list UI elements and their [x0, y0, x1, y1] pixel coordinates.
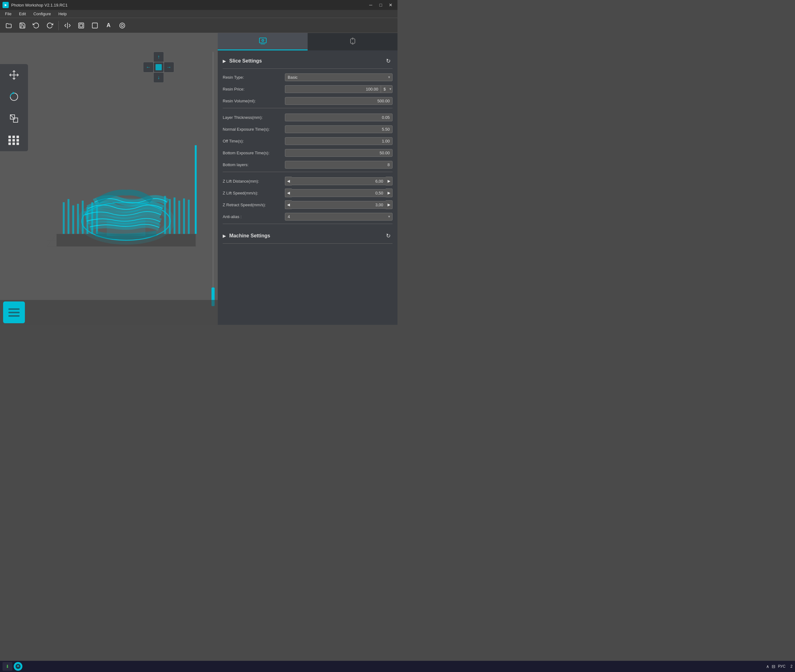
menu-configure[interactable]: Configure — [30, 11, 54, 17]
toolbar-open[interactable] — [3, 19, 15, 31]
resin-type-select[interactable]: Basic Tough ABS-Like Water Washable — [285, 74, 392, 81]
machine-settings-header: ▶ Machine Settings ↻ — [223, 228, 392, 243]
anti-alias-select[interactable]: 1 2 4 8 — [285, 213, 392, 221]
toolbar-mirror[interactable] — [61, 19, 74, 31]
nav-cube — [155, 64, 162, 70]
off-time-row: Off Time(s): — [223, 136, 392, 146]
z-retract-speed-label: Z Retract Speed(mm/s): — [223, 203, 285, 207]
divider-1 — [223, 108, 392, 108]
minimize-button[interactable]: ─ — [366, 2, 375, 8]
toolbar: A — [0, 18, 398, 33]
3d-viewport[interactable]: ↑ ↓ ← → — [0, 33, 218, 325]
right-panel: ▶ Slice Settings ↻ Resin Type: Basic Tou… — [218, 33, 398, 325]
z-lift-distance-row: Z Lift Distance(mm): ◀ ▶ — [223, 176, 392, 186]
toolbar-support[interactable] — [116, 19, 128, 31]
bottom-exposure-control — [285, 149, 392, 157]
svg-rect-42 — [261, 43, 265, 45]
z-lift-speed-input[interactable] — [292, 189, 386, 197]
z-lift-speed-decrement[interactable]: ◀ — [285, 189, 292, 197]
resin-volume-label: Resin Volume(ml): — [223, 99, 285, 103]
z-lift-distance-input[interactable] — [292, 178, 386, 185]
close-button[interactable]: ✕ — [386, 2, 395, 8]
z-retract-speed-stepper: ◀ ▶ — [285, 200, 392, 209]
tool-grid[interactable] — [6, 133, 22, 148]
toolbar-undo[interactable] — [30, 19, 42, 31]
tool-move[interactable] — [6, 67, 22, 83]
tool-rotate[interactable] — [6, 89, 22, 104]
nav-center — [154, 62, 164, 72]
toolbar-redo[interactable] — [43, 19, 56, 31]
bottom-exposure-label: Bottom Exposure Time(s): — [223, 150, 285, 155]
layer-button[interactable] — [3, 301, 25, 323]
z-lift-speed-label: Z Lift Speed(mm/s): — [223, 191, 285, 195]
svg-point-5 — [121, 24, 123, 26]
normal-exposure-control — [285, 125, 392, 133]
svg-rect-2 — [80, 24, 82, 27]
tool-scale[interactable] — [6, 111, 22, 126]
z-retract-speed-row: Z Retract Speed(mm/s): ◀ ▶ — [223, 200, 392, 210]
svg-rect-3 — [93, 23, 98, 28]
resin-type-control: Basic Tough ABS-Like Water Washable — [285, 74, 392, 81]
machine-settings-refresh[interactable]: ↻ — [384, 232, 392, 240]
slice-settings-refresh[interactable]: ↻ — [384, 57, 392, 66]
tab-machine-settings[interactable] — [308, 33, 398, 50]
slice-settings-header: ▶ Slice Settings ↻ — [223, 53, 392, 69]
app-title: Photon Workshop V2.1.19.RC1 — [11, 3, 67, 8]
bottom-exposure-row: Bottom Exposure Time(s): — [223, 148, 392, 157]
off-time-input[interactable] — [285, 137, 392, 145]
nav-left-button[interactable]: ← — [143, 62, 154, 72]
z-retract-speed-decrement[interactable]: ◀ — [285, 200, 292, 209]
z-lift-distance-control: ◀ ▶ — [285, 177, 392, 186]
resin-volume-input[interactable] — [285, 97, 392, 105]
slider-track — [213, 52, 214, 306]
resin-type-row: Resin Type: Basic Tough ABS-Like Water W… — [223, 72, 392, 82]
layer-icon — [8, 308, 19, 317]
menu-file[interactable]: File — [1, 11, 15, 17]
z-lift-speed-stepper: ◀ ▶ — [285, 189, 392, 197]
nav-up-button[interactable]: ↑ — [154, 52, 164, 62]
toolbar-text[interactable]: A — [102, 19, 115, 31]
svg-rect-24 — [72, 205, 74, 234]
currency-select[interactable]: $ € £ ¥ — [381, 85, 392, 93]
menu-help[interactable]: Help — [55, 11, 70, 17]
divider-2 — [223, 172, 392, 172]
svg-rect-40 — [259, 38, 266, 43]
z-retract-speed-control: ◀ ▶ — [285, 200, 392, 209]
left-tools — [0, 64, 28, 151]
resin-price-input[interactable] — [285, 85, 381, 93]
settings-content: ▶ Slice Settings ↻ Resin Type: Basic Tou… — [218, 50, 398, 325]
z-lift-speed-increment[interactable]: ▶ — [386, 189, 392, 197]
layer-thickness-control — [285, 114, 392, 121]
resin-price-control: $ € £ ¥ — [285, 85, 392, 93]
z-lift-distance-decrement[interactable]: ◀ — [285, 177, 292, 186]
z-retract-speed-increment[interactable]: ▶ — [386, 200, 392, 209]
normal-exposure-row: Normal Exposure Time(s): — [223, 125, 392, 134]
normal-exposure-input[interactable] — [285, 125, 392, 133]
svg-rect-35 — [188, 200, 190, 234]
menubar: File Edit Configure Help — [0, 10, 398, 18]
vertical-slider[interactable] — [211, 52, 214, 306]
tab-slice-settings[interactable] — [218, 33, 308, 50]
menu-edit[interactable]: Edit — [15, 11, 30, 17]
z-lift-distance-increment[interactable]: ▶ — [386, 177, 392, 186]
nav-right-button[interactable]: → — [163, 62, 174, 72]
resin-price-row: Resin Price: $ € £ ¥ — [223, 84, 392, 94]
toolbar-hollow[interactable] — [75, 19, 87, 31]
bottom-layers-row: Bottom layers: — [223, 160, 392, 169]
toolbar-save[interactable] — [16, 19, 29, 31]
svg-rect-10 — [13, 118, 18, 122]
slice-settings-title: Slice Settings — [229, 58, 262, 64]
bottom-exposure-input[interactable] — [285, 149, 392, 157]
svg-rect-22 — [63, 202, 65, 234]
svg-line-11 — [10, 115, 13, 118]
z-retract-speed-input[interactable] — [292, 201, 386, 209]
resin-type-label: Resin Type: — [223, 75, 285, 80]
nav-down-button[interactable]: ↓ — [154, 72, 164, 83]
divider-3 — [223, 224, 392, 224]
layer-thickness-input[interactable] — [285, 114, 392, 121]
anti-alias-row: Anti-alias : 1 2 4 8 — [223, 212, 392, 221]
slice-settings-title-group: ▶ Slice Settings — [223, 58, 262, 64]
toolbar-slice[interactable] — [89, 19, 101, 31]
maximize-button[interactable]: □ — [376, 2, 385, 8]
bottom-layers-input[interactable] — [285, 161, 392, 169]
